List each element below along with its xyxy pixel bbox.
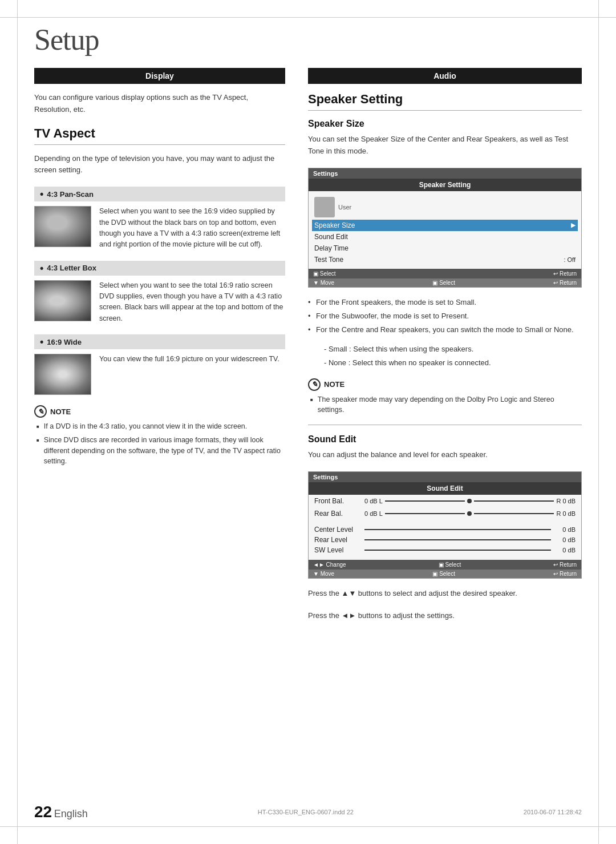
rear-level-row: Rear Level 0 dB [309, 535, 581, 545]
se-footer2-select: ▣ Select [432, 571, 455, 577]
test-tone-row-label: Test Tone [314, 256, 559, 264]
pan-scan-text: Select when you want to see the 16:9 vid… [99, 206, 285, 251]
front-bal-row: Front Bal. 0 dB L R 0 dB [309, 495, 581, 507]
speaker-size-desc: You can set the Speaker Size of the Cent… [308, 134, 582, 158]
sw-level-val: 0 dB [556, 547, 576, 554]
footer-date: 2010-06-07 11:28:42 [524, 809, 582, 815]
page-title: Setup [34, 23, 582, 56]
speaker-size-title: Speaker Size [308, 119, 582, 129]
page-number-wrap: 22 English [34, 803, 88, 821]
rear-bal-left: 0 dB L [364, 510, 383, 517]
section-divider [308, 425, 582, 425]
speaker-bullet-2: For the Subwoofer, the mode is set to Pr… [308, 310, 582, 322]
sw-level-label: SW Level [314, 546, 360, 554]
speaker-bullets: For the Front speakers, the mode is set … [308, 297, 582, 336]
left-note-header: ✎ NOTE [34, 405, 285, 418]
se-footer2-move: ▼ Move [313, 571, 334, 577]
user-icon-row: User [314, 195, 576, 220]
display-header: Display [34, 68, 285, 84]
speaker-size-row-label: Speaker Size [314, 221, 566, 229]
speaker-settings-box: Settings Speaker Setting User Speaker Si… [308, 168, 582, 288]
speaker-size-row-value: ▶ [571, 221, 576, 229]
small-none-2: - None : Select this when no speaker is … [308, 357, 582, 369]
main-content: Display You can configure various displa… [34, 68, 582, 632]
right-note: ✎ NOTE The speaker mode may vary dependi… [308, 378, 582, 416]
test-tone-row[interactable]: Test Tone : Off [314, 254, 576, 265]
rear-level-label: Rear Level [314, 536, 360, 544]
rear-bal-row: Rear Bal. 0 dB L R 0 dB [309, 507, 581, 520]
rear-level-line [364, 539, 551, 540]
border-left [17, 0, 18, 844]
sound-edit-footer2: ▼ Move ▣ Select ↩ Return [309, 570, 581, 578]
wide-image [34, 354, 91, 395]
front-bal-dot [467, 499, 472, 503]
speaker-size-row[interactable]: Speaker Size ▶ [312, 220, 578, 231]
speaker-box-footer1: ▣ Select ↩ Return [309, 269, 581, 278]
border-top [0, 17, 616, 18]
delay-time-row-label: Delay Time [314, 244, 576, 252]
letter-box-text: Select when you want to see the total 16… [99, 280, 285, 325]
rear-bal-right: R 0 dB [556, 510, 576, 517]
right-column: Audio Speaker Setting Speaker Size You c… [308, 68, 582, 632]
speaker-bullet-3: For the Centre and Rear speakers, you ca… [308, 324, 582, 336]
front-bal-right: R 0 dB [556, 498, 576, 504]
center-level-label: Center Level [314, 526, 360, 534]
pan-scan-row: Select when you want to see the 16:9 vid… [34, 206, 285, 251]
rear-bal-bar: 0 dB L R 0 dB [364, 510, 576, 517]
left-note-item-2: Since DVD discs are recorded in various … [34, 435, 285, 467]
user-label: User [338, 204, 351, 211]
page: Setup Display You can configure various … [0, 0, 616, 844]
speaker-bullet-1: For the Front speakers, the mode is set … [308, 297, 582, 308]
wide-header: • 16:9 Wide [34, 334, 285, 349]
front-bal-line [385, 500, 465, 502]
rear-bal-line-2 [474, 513, 554, 514]
letter-box-label: 4:3 Letter Box [47, 264, 96, 272]
left-note: ✎ NOTE If a DVD is in the 4:3 ratio, you… [34, 405, 285, 467]
left-note-item-1: If a DVD is in the 4:3 ratio, you cannot… [34, 421, 285, 432]
sound-edit-title: Sound Edit [308, 434, 582, 445]
speaker-box-footer2: ▼ Move ▣ Select ↩ Return [309, 278, 581, 287]
se-footer-return: ↩ Return [553, 562, 577, 568]
right-note-header: ✎ NOTE [308, 378, 582, 391]
front-bal-left: 0 dB L [364, 498, 383, 504]
sound-spacer-2 [309, 555, 581, 560]
wide-row: You can view the full 16:9 picture on yo… [34, 354, 285, 395]
page-number: 22 [34, 803, 52, 821]
speaker-setting-title: Speaker Setting [308, 92, 582, 111]
sound-edit-box: Settings Sound Edit Front Bal. 0 dB L R … [308, 471, 582, 579]
rear-bal-label: Rear Bal. [314, 510, 360, 518]
page-footer: 22 English HT-C330-EUR_ENG-0607.indd 22 … [34, 803, 582, 821]
sound-spacer [309, 520, 581, 524]
rear-bal-line [385, 513, 465, 514]
note-icon-left: ✎ [34, 405, 47, 418]
tv-aspect-title: TV Aspect [34, 126, 285, 145]
sw-level-line [364, 550, 551, 551]
center-level-line [364, 529, 551, 530]
footer-file: HT-C330-EUR_ENG-0607.indd 22 [258, 809, 354, 815]
bullet-dot-3: • [40, 337, 43, 347]
footer-select-1: ▣ Select [313, 270, 336, 277]
footer2-select: ▣ Select [432, 280, 455, 286]
delay-time-row[interactable]: Delay Time [314, 243, 576, 254]
display-intro: You can configure various display option… [34, 92, 285, 116]
sw-level-row: SW Level 0 dB [309, 545, 581, 555]
press2-text: Press the ◄► buttons to adjust the setti… [308, 610, 582, 622]
sound-edit-row[interactable]: Sound Edit [314, 231, 576, 243]
front-bal-label: Front Bal. [314, 497, 360, 505]
border-bottom [0, 826, 616, 827]
front-bal-bar: 0 dB L R 0 dB [364, 498, 576, 504]
wide-label: 16:9 Wide [47, 338, 82, 346]
small-none-1: - Small : Select this when using the spe… [308, 344, 582, 356]
center-level-val: 0 dB [556, 526, 576, 533]
sound-edit-box-titlebar: Settings [309, 472, 581, 482]
footer2-return: ↩ Return [553, 280, 577, 286]
center-level-row: Center Level 0 dB [309, 524, 581, 535]
right-note-item-1: The speaker mode may vary depending on t… [308, 394, 582, 416]
se-footer-change: ◄► Change [313, 562, 346, 568]
user-icon [314, 197, 335, 217]
bullet-dot-2: • [40, 263, 43, 273]
se-footer-select: ▣ Select [439, 562, 461, 568]
sound-edit-box-header: Sound Edit [309, 482, 581, 495]
speaker-box-header: Speaker Setting [309, 179, 581, 191]
se-footer2-return: ↩ Return [553, 571, 577, 577]
